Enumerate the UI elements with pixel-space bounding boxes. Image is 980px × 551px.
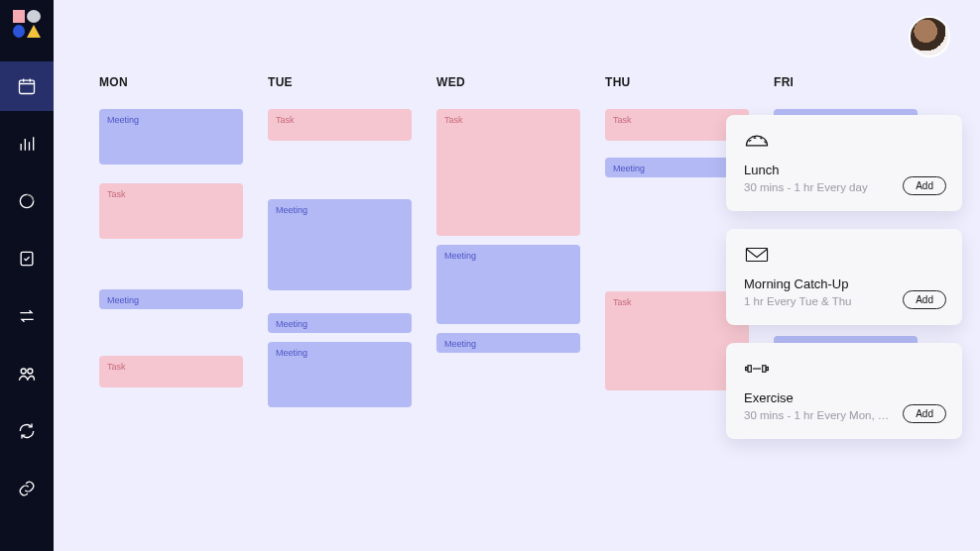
sidebar [0,0,54,551]
day-header: THU [605,75,749,89]
svg-rect-0 [20,80,35,93]
bars-icon [17,134,37,154]
nav-sync[interactable] [0,406,54,456]
svg-point-4 [28,369,33,374]
event-meeting[interactable]: Meeting [436,333,580,353]
suggestion-card: Morning Catch-Up 1 hr Every Tue & Thu Ad… [726,229,962,325]
col-mon: MON MeetingTaskMeetingTask [99,75,243,416]
suggestion-card: Lunch 30 mins - 1 hr Every day Add [726,115,962,211]
suggestion-title: Exercise [744,390,944,405]
suggestion-card: Exercise 30 mins - 1 hr Every Mon, W… Ad… [726,343,962,439]
event-meeting[interactable]: Meeting [268,199,412,290]
people-icon [17,364,37,384]
calendar-icon [17,76,37,96]
svg-rect-7 [763,366,766,373]
mail-icon [744,245,944,269]
add-button[interactable]: Add [903,290,946,309]
avatar[interactable] [909,16,950,57]
suggestion-subtitle: 1 hr Every Tue & Thu [744,295,893,307]
svg-point-3 [21,369,26,374]
suggestions-panel: Lunch 30 mins - 1 hr Every day Add Morni… [726,115,962,439]
day-header: FRI [774,75,918,89]
nav-link[interactable] [0,464,54,513]
svg-rect-5 [746,249,767,262]
sync-icon [17,421,37,441]
taco-icon [744,131,944,155]
day-header: TUE [268,75,412,89]
event-task[interactable]: Task [268,109,412,141]
day-header: WED [436,75,580,89]
nav-calendar[interactable] [0,61,54,111]
nav-analytics[interactable] [0,119,54,168]
col-tue: TUE TaskMeetingMeetingMeeting [268,75,412,416]
dumbbell-icon [744,359,944,383]
svg-rect-8 [746,367,748,370]
svg-rect-6 [748,366,751,373]
event-meeting[interactable]: Meeting [99,109,243,165]
event-meeting[interactable]: Meeting [436,245,580,324]
swap-icon [17,306,37,326]
add-button[interactable]: Add [903,176,946,195]
event-task[interactable]: Task [99,356,243,387]
suggestion-title: Lunch [744,163,944,177]
col-wed: WED TaskMeetingMeeting [436,75,580,416]
suggestion-subtitle: 30 mins - 1 hr Every Mon, W… [744,409,893,421]
suggestion-subtitle: 30 mins - 1 hr Every day [744,181,893,193]
nav-team[interactable] [0,349,54,398]
event-task[interactable]: Task [99,183,243,239]
nav-progress[interactable] [0,176,54,226]
nav-repeat[interactable] [0,291,54,341]
svg-rect-9 [767,367,769,370]
event-meeting[interactable]: Meeting [99,289,243,309]
logo-icon [13,10,41,38]
link-icon [17,479,37,498]
event-task[interactable]: Task [436,109,580,236]
suggestion-title: Morning Catch-Up [744,276,944,291]
add-button[interactable]: Add [903,404,946,423]
event-meeting[interactable]: Meeting [268,313,412,333]
clipboard-check-icon [17,249,37,269]
event-meeting[interactable]: Meeting [268,342,412,407]
day-header: MON [99,75,243,89]
nav-tasks[interactable] [0,234,54,283]
progress-ring-icon [17,191,37,211]
